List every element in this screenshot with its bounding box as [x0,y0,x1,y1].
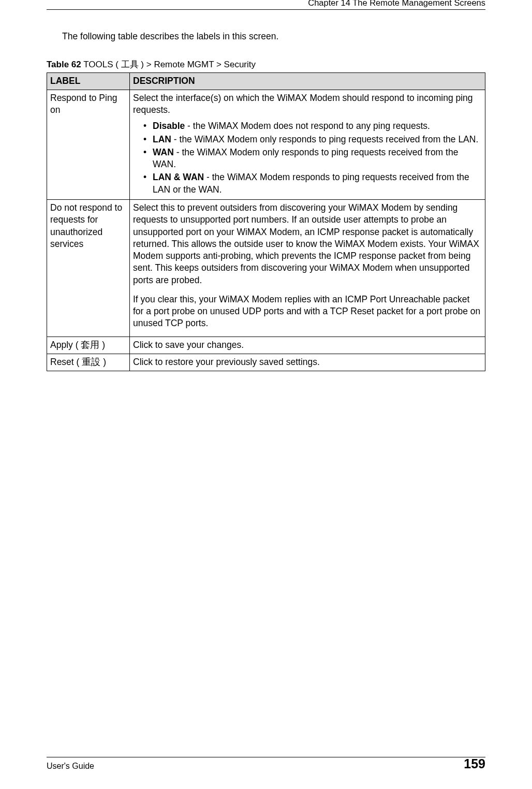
list-item: LAN & WAN - the WiMAX Modem responds to … [143,171,482,196]
table-row: Apply ( 套用 ) Click to save your changes. [47,337,485,354]
list-item: Disable - the WiMAX Modem does not respo… [143,120,482,132]
list-item: WAN - the WiMAX Modem only responds to p… [143,147,482,171]
labels-table: LABEL DESCRIPTION Respond to Ping on Sel… [47,72,485,372]
row4-label: Reset ( 重設 ) [47,354,130,371]
row4-desc: Click to restore your previously saved s… [130,354,485,371]
row2-p2: If you clear this, your WiMAX Modem repl… [133,294,482,330]
intro-text: The following table describes the labels… [62,31,485,43]
col-header-description: DESCRIPTION [130,72,485,90]
row3-label: Apply ( 套用 ) [47,337,130,354]
table-row: Respond to Ping on Select the interface(… [47,90,485,199]
table-caption-path: TOOLS ( 工具 ) > Remote MGMT > Security [81,60,256,69]
table-caption: Table 62 TOOLS ( 工具 ) > Remote MGMT > Se… [47,59,485,70]
row2-p1: Select this to prevent outsiders from di… [133,202,482,286]
row3-desc: Click to save your changes. [130,337,485,354]
table-row: Do not respond to requests for unauthori… [47,200,485,337]
row1-options: Disable - the WiMAX Modem does not respo… [133,120,482,196]
row2-desc: Select this to prevent outsiders from di… [130,200,485,337]
page-number: 159 [464,756,485,771]
chapter-title: Chapter 14 The Remote Management Screens [308,0,485,8]
col-header-label: LABEL [47,72,130,90]
footer-guide-label: User's Guide [47,762,94,770]
table-header-row: LABEL DESCRIPTION [47,72,485,90]
table-caption-number: Table 62 [47,60,81,69]
row1-intro: Select the interface(s) on which the WiM… [133,92,482,116]
row1-label: Respond to Ping on [47,90,130,199]
list-item: LAN - the WiMAX Modem only responds to p… [143,134,482,145]
row2-label: Do not respond to requests for unauthori… [47,200,130,337]
page-header: Chapter 14 The Remote Management Screens [47,9,485,10]
row1-desc: Select the interface(s) on which the WiM… [130,90,485,199]
page-footer: User's Guide 159 [47,757,485,771]
table-row: Reset ( 重設 ) Click to restore your previ… [47,354,485,371]
